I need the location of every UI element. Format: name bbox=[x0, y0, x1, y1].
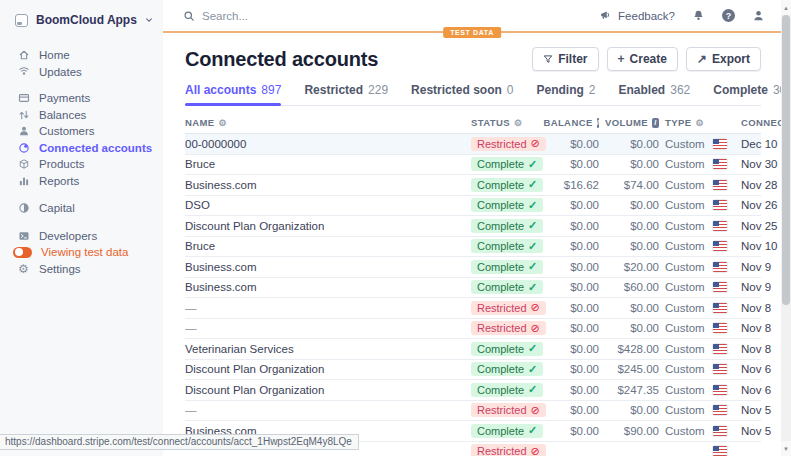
info-icon[interactable]: i bbox=[597, 118, 599, 128]
column-header-balance[interactable]: Balancei bbox=[549, 117, 599, 128]
table-row[interactable]: Business.com Complete✓ $16.62 $74.00 Cus… bbox=[185, 175, 761, 196]
column-header-status[interactable]: Status⚙ bbox=[471, 117, 543, 128]
tab-pending[interactable]: Pending2 bbox=[536, 83, 595, 105]
info-icon[interactable]: i bbox=[652, 118, 659, 128]
sidebar-item-viewing-test-data[interactable]: Viewing test data bbox=[0, 244, 163, 260]
column-settings-gear-icon[interactable]: ⚙ bbox=[514, 118, 522, 128]
search-input[interactable] bbox=[202, 10, 502, 22]
type-cell: Custom bbox=[665, 343, 707, 355]
table-row[interactable]: Business.com Complete✓ $0.00 $20.00 Cust… bbox=[185, 257, 761, 278]
volume-cell: $74.00 bbox=[605, 179, 659, 191]
column-settings-gear-icon[interactable]: ⚙ bbox=[219, 118, 227, 128]
us-flag-icon bbox=[713, 344, 727, 354]
scroll-up-arrow-icon[interactable]: ▲ bbox=[781, 0, 791, 15]
table-row[interactable]: — Restricted⊘ $0.00 $0.00 Custom Nov 5 bbox=[185, 401, 761, 422]
table-row[interactable]: 00-0000000 Restricted⊘ $0.00 $0.00 Custo… bbox=[185, 134, 761, 155]
feedback-label: Feedback? bbox=[618, 10, 675, 22]
balance-cell: $0.00 bbox=[549, 158, 599, 170]
volume-cell: $0.00 bbox=[605, 322, 659, 334]
volume-cell: $0.00 bbox=[605, 158, 659, 170]
us-flag-icon bbox=[713, 426, 727, 436]
account-name-cell: Discount Plan Organization bbox=[185, 384, 465, 396]
us-flag-icon bbox=[713, 200, 727, 210]
status-icon: ⊘ bbox=[531, 404, 540, 417]
sidebar-item-customers[interactable]: Customers bbox=[0, 123, 163, 139]
sidebar-item-payments[interactable]: Payments bbox=[0, 90, 163, 106]
notifications-bell-icon[interactable] bbox=[692, 9, 705, 22]
table-row[interactable]: Discount Plan Organization Complete✓ $0.… bbox=[185, 380, 761, 401]
status-icon: ✓ bbox=[528, 199, 537, 212]
status-badge: Complete✓ bbox=[471, 383, 543, 397]
sidebar-item-developers[interactable]: Developers bbox=[0, 228, 163, 244]
column-header-type[interactable]: Type⚙ bbox=[665, 117, 707, 128]
status-badge: Complete✓ bbox=[471, 157, 543, 171]
vertical-scrollbar[interactable]: ▲ ▼ bbox=[781, 0, 791, 456]
table-row[interactable]: Discount Plan Organization Complete✓ $0.… bbox=[185, 216, 761, 237]
table-row[interactable]: Discount Plan Organization Complete✓ $0.… bbox=[185, 360, 761, 381]
column-settings-gear-icon[interactable]: ⚙ bbox=[695, 118, 703, 128]
volume-cell: $247.35 bbox=[605, 384, 659, 396]
connected-date-cell: Dec 10 bbox=[741, 138, 777, 150]
tab-all-accounts[interactable]: All accounts897 bbox=[185, 83, 281, 105]
status-icon: ✓ bbox=[528, 342, 537, 355]
filter-button[interactable]: Filter bbox=[532, 47, 598, 71]
balance-cell: $0.00 bbox=[549, 384, 599, 396]
megaphone-icon bbox=[599, 9, 612, 22]
updates-icon bbox=[17, 66, 30, 78]
sidebar-item-balances[interactable]: Balances bbox=[0, 107, 163, 123]
status-icon: ✓ bbox=[528, 383, 537, 396]
sidebar-item-capital[interactable]: Capital bbox=[0, 200, 163, 216]
table-row[interactable]: — Restricted⊘ $0.00 $0.00 Custom Nov 8 bbox=[185, 319, 761, 340]
us-flag-icon bbox=[713, 180, 727, 190]
sidebar-item-connected-accounts[interactable]: Connected accounts bbox=[0, 140, 163, 156]
sidebar-item-home[interactable]: Home bbox=[0, 47, 163, 63]
column-header-name[interactable]: Name⚙ bbox=[185, 117, 465, 128]
sidebar-item-settings[interactable]: ⚙ Settings bbox=[0, 261, 163, 277]
tab-restricted-soon[interactable]: Restricted soon0 bbox=[411, 83, 513, 105]
account-switcher[interactable]: BoomCloud Apps bbox=[0, 0, 163, 27]
type-cell: Custom bbox=[665, 384, 707, 396]
create-button[interactable]: + Create bbox=[607, 47, 678, 71]
table-row[interactable]: — Restricted⊘ $0.00 $0.00 Custom Nov 8 bbox=[185, 298, 761, 319]
sidebar-item-products[interactable]: Products bbox=[0, 156, 163, 172]
tab-enabled[interactable]: Enabled362 bbox=[619, 83, 691, 105]
volume-cell: $90.00 bbox=[605, 425, 659, 437]
status-badge: Complete✓ bbox=[471, 342, 543, 356]
table-row[interactable]: Veterinarian Services Complete✓ $0.00 $4… bbox=[185, 339, 761, 360]
balance-cell: $0.00 bbox=[549, 138, 599, 150]
account-name-cell: Business.com bbox=[185, 261, 465, 273]
table-row[interactable]: Business.com Complete✓ $0.00 $60.00 Cust… bbox=[185, 278, 761, 299]
scroll-down-arrow-icon[interactable]: ▼ bbox=[781, 441, 791, 456]
connected-date-cell: Nov 30 bbox=[741, 158, 777, 170]
volume-cell: $0.00 bbox=[605, 404, 659, 416]
search-box[interactable] bbox=[183, 10, 599, 22]
status-icon: ✓ bbox=[528, 260, 537, 273]
sidebar-item-updates[interactable]: Updates bbox=[0, 64, 163, 80]
user-avatar-icon[interactable] bbox=[752, 9, 765, 22]
volume-cell: $0.00 bbox=[605, 138, 659, 150]
connected-date-cell: Nov 25 bbox=[741, 220, 777, 232]
customers-icon bbox=[17, 125, 30, 137]
us-flag-icon bbox=[713, 139, 727, 149]
scrollbar-thumb[interactable] bbox=[782, 15, 790, 305]
table-row[interactable]: DSO Complete✓ $0.00 $0.00 Custom Nov 26 bbox=[185, 196, 761, 217]
help-icon[interactable]: ? bbox=[722, 9, 735, 22]
connected-date-cell: Nov 6 bbox=[741, 384, 771, 396]
page-title: Connected accounts bbox=[185, 48, 378, 71]
table-row[interactable]: Bruce Complete✓ $0.00 $0.00 Custom Nov 3… bbox=[185, 155, 761, 176]
type-cell: Custom bbox=[665, 138, 707, 150]
tab-complete[interactable]: Complete304 bbox=[713, 83, 791, 105]
column-header-volume[interactable]: Volumei bbox=[605, 117, 659, 128]
us-flag-icon bbox=[713, 446, 727, 456]
feedback-button[interactable]: Feedback? bbox=[599, 9, 675, 22]
chevron-down-icon bbox=[145, 16, 153, 24]
connected-date-cell: Nov 8 bbox=[741, 322, 771, 334]
tab-restricted[interactable]: Restricted229 bbox=[304, 83, 388, 105]
volume-cell: $0.00 bbox=[605, 199, 659, 211]
export-button[interactable]: ↗ Export bbox=[686, 47, 761, 71]
sidebar-item-reports[interactable]: Reports bbox=[0, 173, 163, 189]
test-data-toggle[interactable] bbox=[13, 247, 32, 258]
account-name-cell: — bbox=[185, 322, 465, 334]
volume-cell: $0.00 bbox=[605, 220, 659, 232]
table-row[interactable]: Bruce Complete✓ $0.00 $0.00 Custom Nov 1… bbox=[185, 237, 761, 258]
